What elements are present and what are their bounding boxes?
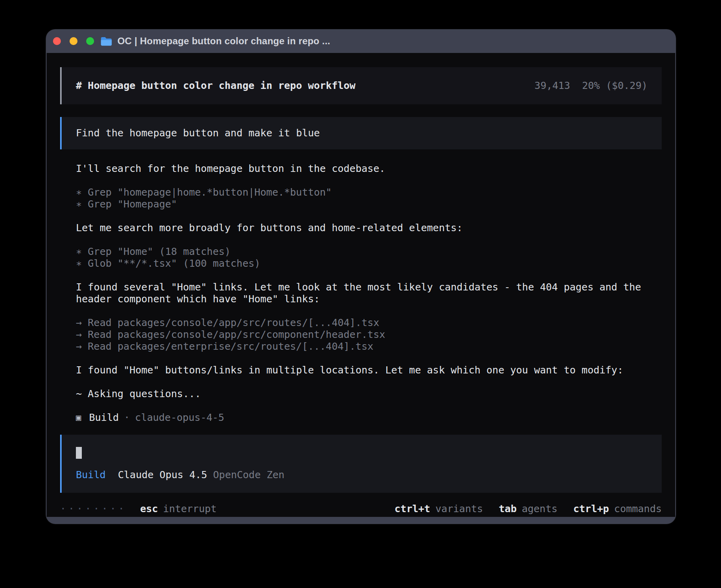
read-label: Read packages/console/app/src/routes/[..… <box>88 317 379 328</box>
tool-label: Grep "homepage|home.*button|Home.*button… <box>88 187 332 198</box>
titlebar: OC | Homepage button color change in rep… <box>46 29 676 53</box>
tool-call: ∗Grep "Home" (18 matches) <box>76 246 662 258</box>
tool-call: ∗Grep "Homepage" <box>76 198 662 210</box>
read-call: →Read packages/console/app/src/routes/[.… <box>76 317 662 329</box>
esc-key: esc <box>140 503 158 515</box>
prompt-input[interactable]: Build Claude Opus 4.5 OpenCode Zen <box>60 435 662 493</box>
tool-asterisk-icon: ∗ <box>76 258 82 270</box>
agent-separator: · <box>124 412 130 424</box>
session-title: # Homepage button color change in repo w… <box>76 80 355 92</box>
tool-asterisk-icon: ∗ <box>76 187 82 198</box>
agent-status-line: ▣ Build · claude-opus-4-5 <box>76 412 662 424</box>
model-label: Claude Opus 4.5 <box>118 469 207 481</box>
tool-call-group-1: ∗Grep "homepage|home.*button|Home.*butto… <box>76 187 662 210</box>
read-call: →Read packages/enterprise/src/routes/[..… <box>76 341 662 352</box>
asking-questions-status: ~Asking questions... <box>76 388 662 400</box>
session-header: # Homepage button color change in repo w… <box>60 67 662 104</box>
variants-label: variants <box>435 503 483 515</box>
tool-label: Grep "Home" (18 matches) <box>88 246 230 257</box>
assistant-message-broader: Let me search more broadly for buttons a… <box>76 222 662 234</box>
shortcut-group: ctrl+t variants tab agents ctrl+p comman… <box>394 503 662 515</box>
status-bar: ········ esc interrupt ctrl+t variants t… <box>60 503 662 515</box>
provider-label: OpenCode Zen <box>213 469 285 481</box>
tool-call-group-2: ∗Grep "Home" (18 matches) ∗Glob "**/*.ts… <box>76 246 662 270</box>
tool-asterisk-icon: ∗ <box>76 198 82 210</box>
tab-key: tab <box>499 503 517 515</box>
tool-call: ∗Grep "homepage|home.*button|Home.*butto… <box>76 187 662 198</box>
read-label: Read packages/console/app/src/component/… <box>88 329 385 340</box>
agent-model: claude-opus-4-5 <box>135 412 225 424</box>
user-message: Find the homepage button and make it blu… <box>60 117 662 149</box>
assistant-message-ask-which: I found "Home" buttons/links in multiple… <box>76 364 662 376</box>
shortcut-interrupt: esc interrupt <box>140 503 217 515</box>
asking-label: Asking questions... <box>88 388 201 400</box>
read-call-group: →Read packages/console/app/src/routes/[.… <box>76 317 662 352</box>
close-button[interactable] <box>53 37 61 45</box>
agent-name: Build <box>89 412 119 424</box>
shortcut-variants: ctrl+t variants <box>394 503 483 515</box>
assistant-message-intro: I'll search for the homepage button in t… <box>76 163 662 175</box>
terminal-content: # Homepage button color change in repo w… <box>47 53 675 517</box>
assistant-message-candidates: I found several "Home" links. Let me loo… <box>76 281 662 305</box>
shortcut-agents: tab agents <box>499 503 557 515</box>
context-usage: 20% ($0.29) <box>582 80 647 92</box>
tool-label: Glob "**/*.tsx" (100 matches) <box>88 258 260 269</box>
arrow-right-icon: → <box>76 329 82 341</box>
arrow-right-icon: → <box>76 341 82 352</box>
minimize-button[interactable] <box>70 37 77 45</box>
agent-square-icon: ▣ <box>76 412 81 424</box>
zoom-button[interactable] <box>86 37 94 45</box>
tilde-icon: ~ <box>76 388 82 400</box>
session-stats: 39,413 20% ($0.29) <box>534 80 647 92</box>
ctrl-p-key: ctrl+p <box>573 503 609 515</box>
commands-label: commands <box>614 503 662 515</box>
esc-label: interrupt <box>163 503 217 515</box>
tool-label: Grep "Homepage" <box>88 198 177 210</box>
spinner-dots: ········ <box>60 503 126 515</box>
user-message-text: Find the homepage button and make it blu… <box>76 127 320 139</box>
mode-label: Build <box>76 469 106 481</box>
input-meta: Build Claude Opus 4.5 OpenCode Zen <box>76 469 647 481</box>
tool-asterisk-icon: ∗ <box>76 246 82 258</box>
terminal-window: OC | Homepage button color change in rep… <box>46 29 676 524</box>
text-cursor <box>76 447 82 459</box>
shortcut-commands: ctrl+p commands <box>573 503 662 515</box>
window-title-group: OC | Homepage button color change in rep… <box>100 36 330 47</box>
token-count: 39,413 <box>534 80 570 92</box>
window-controls <box>53 37 94 45</box>
agents-label: agents <box>522 503 557 515</box>
ctrl-t-key: ctrl+t <box>394 503 430 515</box>
read-label: Read packages/enterprise/src/routes/[...… <box>88 341 373 352</box>
arrow-right-icon: → <box>76 317 82 329</box>
window-title: OC | Homepage button color change in rep… <box>117 36 330 47</box>
tool-call: ∗Glob "**/*.tsx" (100 matches) <box>76 258 662 270</box>
folder-icon <box>100 36 112 46</box>
read-call: →Read packages/console/app/src/component… <box>76 329 662 341</box>
